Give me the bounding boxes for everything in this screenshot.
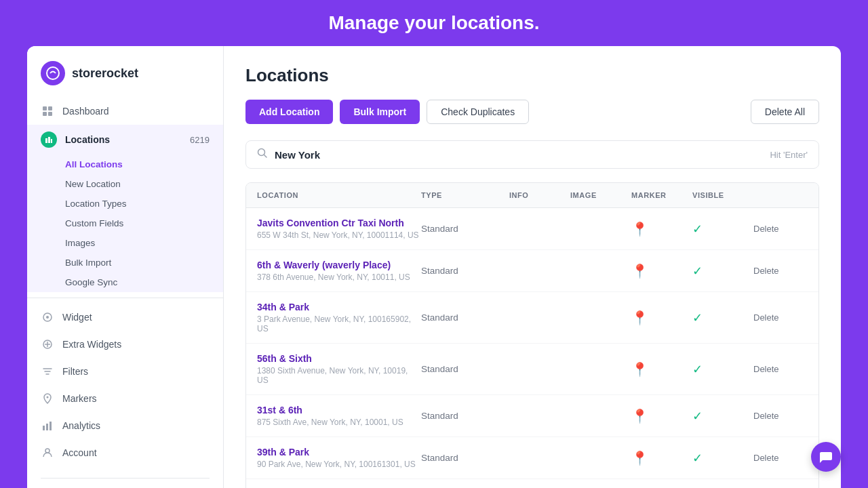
markers-icon bbox=[41, 392, 54, 405]
sidebar-sub-item-images[interactable]: Images bbox=[27, 233, 223, 253]
location-visible-2: ✓ bbox=[692, 310, 753, 325]
location-name-0[interactable]: Javits Convention Ctr Taxi North bbox=[257, 218, 421, 228]
chat-bubble[interactable] bbox=[811, 442, 841, 472]
locations-table: LOCATION TYPE INFO IMAGE MARKER VISIBLE … bbox=[245, 182, 819, 488]
sidebar-label-filters: Filters bbox=[62, 366, 88, 377]
visible-check-icon: ✓ bbox=[692, 264, 703, 278]
sidebar-item-widget[interactable]: Widget bbox=[27, 304, 223, 331]
delete-row-button-1[interactable]: Delete bbox=[753, 266, 779, 276]
sidebar-label-markers: Markers bbox=[62, 393, 97, 404]
location-visible-0: ✓ bbox=[692, 222, 753, 237]
widget-icon bbox=[41, 310, 54, 324]
sidebar-item-filters[interactable]: Filters bbox=[27, 358, 223, 385]
svg-point-0 bbox=[47, 67, 59, 79]
logo-text: storerocket bbox=[72, 66, 138, 81]
svg-point-13 bbox=[47, 396, 49, 399]
location-actions-4: Delete bbox=[753, 411, 808, 421]
sidebar-item-extra-widgets[interactable]: Extra Widgets bbox=[27, 331, 223, 358]
location-name-2[interactable]: 34th & Park bbox=[257, 302, 421, 312]
table-row: 39th & Park 90 Park Ave, New York, NY, 1… bbox=[246, 437, 818, 479]
location-type-4: Standard bbox=[421, 411, 509, 421]
sidebar-item-account[interactable]: Account bbox=[27, 439, 223, 466]
table-row: 6th & Waverly (waverly Place) 378 6th Av… bbox=[246, 250, 818, 292]
location-actions-1: Delete bbox=[753, 266, 808, 276]
search-icon bbox=[257, 148, 268, 161]
svg-rect-6 bbox=[48, 137, 50, 143]
sidebar-label-extra-widgets: Extra Widgets bbox=[62, 339, 121, 350]
col-header-visible: VISIBLE bbox=[692, 191, 753, 199]
table-row: Javits Convention Ctr Taxi North 655 W 3… bbox=[246, 208, 818, 250]
delete-row-button-4[interactable]: Delete bbox=[753, 411, 779, 421]
table-body: Javits Convention Ctr Taxi North 655 W 3… bbox=[246, 208, 818, 488]
delete-row-button-3[interactable]: Delete bbox=[753, 364, 779, 374]
location-cell-2: 34th & Park 3 Park Avenue, New York, NY,… bbox=[257, 302, 421, 333]
location-address-1: 378 6th Avenue, New York, NY, 10011, US bbox=[257, 272, 421, 282]
add-location-button[interactable]: Add Location bbox=[245, 100, 333, 124]
location-cell-1: 6th & Waverly (waverly Place) 378 6th Av… bbox=[257, 260, 421, 282]
location-cell-4: 31st & 6th 875 Sixth Ave, New York, NY, … bbox=[257, 405, 421, 427]
sidebar-nav: Dashboard Locations bbox=[27, 98, 223, 470]
sidebar-sub-item-google-sync[interactable]: Google Sync bbox=[27, 272, 223, 292]
svg-rect-1 bbox=[43, 106, 47, 110]
location-actions-2: Delete bbox=[753, 312, 808, 323]
main-content: Locations Add Location Bulk Import Check… bbox=[224, 46, 841, 488]
visible-check-icon: ✓ bbox=[692, 409, 703, 423]
banner-title: Manage your locations. bbox=[0, 12, 868, 34]
location-visible-1: ✓ bbox=[692, 264, 753, 279]
sidebar-sub-item-all-locations[interactable]: All Locations bbox=[27, 155, 223, 174]
extra-widgets-icon bbox=[41, 338, 54, 351]
sidebar-sub-item-custom-fields[interactable]: Custom Fields bbox=[27, 214, 223, 233]
location-name-4[interactable]: 31st & 6th bbox=[257, 405, 421, 415]
new-location-label: New Location bbox=[65, 179, 121, 189]
locations-count: 6219 bbox=[190, 135, 210, 145]
found-bug-link[interactable]: 🐛 Found a bug? bbox=[41, 484, 210, 488]
sidebar-item-markers[interactable]: Markers bbox=[27, 385, 223, 412]
col-header-marker: MARKER bbox=[631, 191, 692, 199]
sidebar-item-dashboard[interactable]: Dashboard bbox=[27, 98, 223, 125]
sidebar-divider-1 bbox=[27, 298, 223, 298]
sidebar-item-locations[interactable]: Locations 6219 bbox=[27, 125, 223, 155]
delete-row-button-0[interactable]: Delete bbox=[753, 224, 779, 234]
location-type-3: Standard bbox=[421, 364, 509, 374]
col-header-image: IMAGE bbox=[570, 191, 631, 199]
marker-pin-icon: 📍 bbox=[631, 310, 648, 325]
search-input[interactable] bbox=[275, 149, 770, 161]
location-marker-5: 📍 bbox=[631, 450, 692, 466]
svg-point-17 bbox=[45, 449, 50, 453]
search-bar: Hit 'Enter' bbox=[245, 140, 819, 169]
location-marker-1: 📍 bbox=[631, 263, 692, 279]
svg-point-9 bbox=[46, 316, 49, 319]
logo-icon bbox=[41, 61, 65, 85]
sidebar-sub-item-location-types[interactable]: Location Types bbox=[27, 194, 223, 214]
sidebar-footer: 🐛 Found a bug? 💡 Feature Requests bbox=[27, 470, 223, 488]
sidebar-sub-item-bulk-import[interactable]: Bulk Import bbox=[27, 253, 223, 272]
locations-section: Locations 6219 All Locations New Locatio… bbox=[27, 125, 223, 292]
location-name-5[interactable]: 39th & Park bbox=[257, 447, 421, 458]
delete-row-button-2[interactable]: Delete bbox=[753, 312, 779, 323]
bulk-import-button[interactable]: Bulk Import bbox=[340, 100, 420, 124]
col-header-location: LOCATION bbox=[257, 191, 421, 199]
visible-check-icon: ✓ bbox=[692, 363, 703, 376]
location-visible-5: ✓ bbox=[692, 451, 753, 466]
check-duplicates-button[interactable]: Check Duplicates bbox=[427, 100, 529, 124]
dashboard-icon bbox=[41, 104, 54, 118]
location-name-3[interactable]: 56th & Sixth bbox=[257, 353, 421, 364]
locations-label: Locations bbox=[65, 134, 110, 145]
sidebar-item-analytics[interactable]: Analytics bbox=[27, 412, 223, 439]
location-type-5: Standard bbox=[421, 453, 509, 463]
sidebar-label-widget: Widget bbox=[62, 312, 92, 323]
delete-row-button-5[interactable]: Delete bbox=[753, 453, 779, 463]
delete-all-button[interactable]: Delete All bbox=[751, 100, 819, 124]
all-locations-label: All Locations bbox=[65, 159, 123, 169]
bulk-import-label: Bulk Import bbox=[65, 258, 111, 268]
location-visible-3: ✓ bbox=[692, 362, 753, 377]
sidebar-divider-2 bbox=[41, 478, 210, 479]
location-name-1[interactable]: 6th & Waverly (waverly Place) bbox=[257, 260, 421, 270]
location-types-label: Location Types bbox=[65, 199, 127, 209]
svg-line-19 bbox=[264, 155, 267, 158]
location-address-3: 1380 Sixth Avenue, New York, NY, 10019, … bbox=[257, 366, 421, 385]
location-cell-5: 39th & Park 90 Park Ave, New York, NY, 1… bbox=[257, 447, 421, 469]
sidebar-sub-item-new-location[interactable]: New Location bbox=[27, 174, 223, 194]
filters-icon bbox=[41, 365, 54, 378]
top-banner: Manage your locations. bbox=[0, 0, 868, 46]
